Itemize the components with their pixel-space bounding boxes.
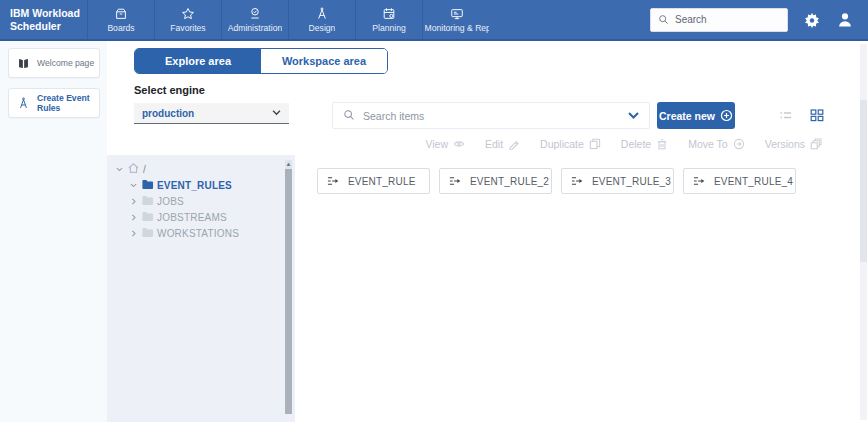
edit-label: Edit — [485, 138, 503, 150]
tree-item-label: JOBSTREAMS — [157, 212, 227, 223]
search-icon — [658, 14, 669, 25]
planning-calendar-icon — [382, 7, 396, 21]
area-tabs: Explore area Workspace area — [134, 48, 388, 74]
tree-scrollbar-thumb[interactable] — [285, 169, 292, 414]
header-right-group — [650, 0, 868, 39]
search-icon — [343, 107, 355, 125]
tab-workspace-area[interactable]: Workspace area — [261, 49, 387, 73]
event-rule-card-label: EVENT_RULE_4 — [714, 176, 793, 187]
tree-item-jobstreams[interactable]: JOBSTREAMS — [129, 209, 295, 225]
user-account-icon[interactable] — [836, 11, 854, 29]
move-to-button[interactable]: Move To — [688, 137, 745, 151]
main-content: Explore area Workspace area Select engin… — [107, 41, 868, 422]
create-new-button[interactable]: Create new — [657, 102, 735, 129]
favorites-star-icon — [181, 7, 195, 21]
view-label: View — [425, 138, 448, 150]
tree-scrollbar[interactable]: ▲ — [285, 160, 292, 414]
folder-tree-panel: / EVENT_RULES JOBS JOBSTREAMS — [107, 155, 295, 422]
event-rule-icon — [693, 175, 705, 187]
nav-item-design[interactable]: Design — [289, 0, 356, 39]
chevron-right-icon[interactable] — [129, 224, 138, 242]
view-button[interactable]: View — [425, 137, 465, 151]
nav-label: Favorites — [170, 23, 205, 33]
chevron-down-icon — [272, 110, 281, 116]
event-rule-card[interactable]: EVENT_RULE_3 — [561, 168, 674, 194]
nav-label: Boards — [107, 23, 134, 33]
settings-gear-icon[interactable] — [803, 11, 821, 29]
list-view-toggle[interactable] — [779, 109, 793, 122]
open-book-icon — [17, 57, 30, 70]
event-rule-card[interactable]: EVENT_RULE — [317, 168, 430, 194]
window-scrollbar-thumb[interactable] — [860, 100, 867, 262]
duplicate-button[interactable]: Duplicate — [540, 137, 601, 151]
delete-button[interactable]: Delete — [621, 137, 668, 151]
tree-item-event-rules[interactable]: EVENT_RULES — [129, 177, 295, 193]
administration-icon — [248, 7, 262, 21]
nav-item-favorites[interactable]: Favorites — [155, 0, 222, 39]
eye-icon — [453, 138, 465, 150]
item-actions-toolbar: View Edit Duplicate Delete Move To Versi… — [107, 137, 822, 151]
tab-explore-area[interactable]: Explore area — [135, 49, 261, 73]
controls-row: Select engine production Create new — [134, 84, 868, 129]
event-rule-card-label: EVENT_RULE — [348, 176, 416, 187]
create-new-label: Create new — [659, 110, 715, 122]
app-title[interactable]: IBM Workload Scheduler — [0, 0, 88, 39]
move-to-icon — [733, 138, 745, 150]
search-items-input[interactable] — [363, 110, 620, 122]
tree-item-label: WORKSTATIONS — [157, 228, 239, 239]
nav-item-administration[interactable]: Administration — [222, 0, 289, 39]
trash-icon — [656, 138, 668, 150]
edit-button[interactable]: Edit — [485, 137, 520, 151]
engine-selected-value: production — [142, 108, 272, 119]
versions-label: Versions — [765, 138, 805, 150]
global-search-input[interactable] — [675, 14, 775, 25]
nav-label: Monitoring & Rep... — [425, 23, 489, 33]
event-rule-icon — [449, 175, 461, 187]
pencil-icon — [508, 138, 520, 150]
event-rule-card-label: EVENT_RULE_2 — [470, 176, 549, 187]
chevron-down-icon[interactable] — [115, 160, 124, 178]
tree-item-label: EVENT_RULES — [157, 180, 232, 191]
tree-item-label: JOBS — [157, 196, 184, 207]
nav-label: Planning — [372, 23, 405, 33]
nav-label: Design — [309, 23, 336, 33]
design-compass-icon — [315, 7, 329, 21]
tree-root-label: / — [143, 164, 146, 175]
sidebar-item-label: Create Event Rules — [37, 93, 99, 113]
window-scrollbar[interactable] — [860, 44, 867, 420]
select-engine-label: Select engine — [134, 84, 332, 98]
monitoring-screen-icon — [450, 7, 464, 21]
duplicate-label: Duplicate — [540, 138, 584, 150]
nav-item-monitoring[interactable]: Monitoring & Rep... — [423, 0, 490, 39]
search-items-box[interactable] — [332, 102, 650, 129]
tree-root-row[interactable]: / — [115, 161, 295, 177]
sidebar-item-label: Welcome page — [37, 58, 94, 68]
boards-icon — [114, 7, 128, 21]
compass-icon — [17, 97, 30, 110]
event-rule-card[interactable]: EVENT_RULE_4 — [683, 168, 796, 194]
delete-label: Delete — [621, 138, 651, 150]
duplicate-pages-icon — [589, 138, 601, 150]
event-rule-card[interactable]: EVENT_RULE_2 — [439, 168, 552, 194]
sidebar-item-create-event-rules[interactable]: Create Event Rules — [8, 88, 100, 118]
grid-view-toggle[interactable] — [810, 109, 824, 122]
list-view-icon — [779, 109, 793, 122]
global-search-box[interactable] — [650, 8, 788, 32]
folder-icon — [141, 224, 154, 242]
nav-label: Administration — [228, 23, 282, 33]
versions-button[interactable]: Versions — [765, 137, 822, 151]
event-rule-card-label: EVENT_RULE_3 — [592, 176, 671, 187]
tree-item-jobs[interactable]: JOBS — [129, 193, 295, 209]
search-dropdown-chevron-icon[interactable] — [628, 112, 639, 119]
sidebar-item-welcome-page[interactable]: Welcome page — [8, 48, 100, 78]
nav-item-planning[interactable]: Planning — [356, 0, 423, 39]
tree-item-workstations[interactable]: WORKSTATIONS — [129, 225, 295, 241]
plus-circle-icon — [720, 109, 733, 122]
move-to-label: Move To — [688, 138, 728, 150]
engine-dropdown[interactable]: production — [134, 103, 289, 124]
versions-icon — [810, 138, 822, 150]
nav-item-boards[interactable]: Boards — [88, 0, 155, 39]
grid-view-icon — [810, 109, 824, 122]
items-grid: EVENT_RULE EVENT_RULE_2 EVENT_RULE_3 EVE… — [295, 155, 868, 422]
scroll-up-arrow-icon[interactable]: ▲ — [285, 160, 292, 169]
